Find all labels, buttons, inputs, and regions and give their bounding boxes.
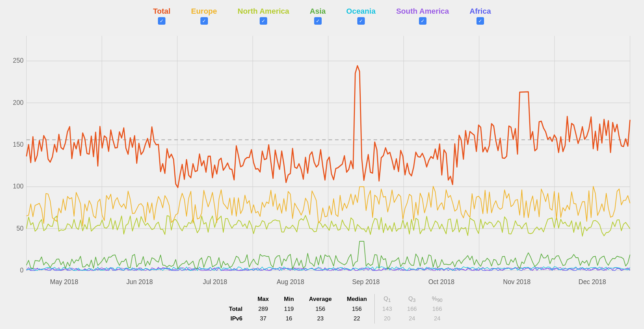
val-q3: 24 (399, 314, 424, 324)
svg-text:Sep 2018: Sep 2018 (352, 278, 380, 285)
val-min: 119 (276, 304, 301, 314)
val-min: 16 (276, 314, 301, 324)
chart-wrapper: 050100150200250May 2018Jun 2018Jul 2018A… (9, 28, 637, 290)
chart-svg: 050100150200250May 2018Jun 2018Jul 2018A… (9, 28, 637, 290)
val-max: 289 (250, 304, 276, 314)
legend-item-oceania[interactable]: Oceania✓ (346, 7, 376, 25)
legend-label-asia: Asia (310, 7, 325, 16)
chart-area: 050100150200250May 2018Jun 2018Jul 2018A… (7, 28, 637, 290)
svg-text:0: 0 (20, 266, 24, 274)
header-min: Min (276, 294, 301, 304)
svg-text:May 2018: May 2018 (50, 278, 78, 285)
val-q1: 20 (375, 314, 400, 324)
svg-text:Nov 2018: Nov 2018 (503, 278, 531, 285)
legend-checkbox-north-america[interactable]: ✓ (260, 17, 267, 25)
legend-item-north-america[interactable]: North America✓ (238, 7, 289, 25)
header-max: Max (250, 294, 276, 304)
svg-text:250: 250 (13, 57, 23, 64)
val-median: 156 (339, 304, 375, 314)
val-p90: 166 (424, 304, 450, 314)
legend-label-south-america: South America (396, 7, 449, 16)
legend-checkbox-europe[interactable]: ✓ (200, 17, 208, 25)
legend-label-africa: Africa (470, 7, 491, 16)
svg-text:150: 150 (13, 140, 23, 148)
header-q1: Q1 (375, 294, 400, 304)
legend-item-south-america[interactable]: South America✓ (396, 7, 449, 25)
main-container: Total✓Europe✓North America✓Asia✓Oceania✓… (0, 0, 644, 329)
svg-text:Dec 2018: Dec 2018 (579, 278, 606, 285)
legend-label-europe: Europe (191, 7, 217, 16)
legend-checkbox-total[interactable]: ✓ (158, 17, 165, 25)
svg-text:200: 200 (13, 98, 23, 106)
stats-section: Max Min Average Median Q1 Q3 %90 Total 2… (7, 290, 637, 326)
svg-text:Oct 2018: Oct 2018 (428, 278, 454, 285)
svg-text:Aug 2018: Aug 2018 (277, 278, 304, 285)
legend-item-total[interactable]: Total✓ (153, 7, 171, 25)
val-p90: 24 (424, 314, 450, 324)
legend-item-africa[interactable]: Africa✓ (470, 7, 491, 25)
svg-text:50: 50 (16, 224, 24, 232)
row-label: Total (221, 304, 250, 314)
svg-text:100: 100 (13, 182, 23, 190)
stats-table: Max Min Average Median Q1 Q3 %90 Total 2… (221, 294, 450, 324)
header-p90: %90 (424, 294, 450, 304)
legend-label-north-america: North America (238, 7, 289, 16)
y-axis-label (7, 28, 9, 290)
stats-row-total: Total 289 119 156 156 143 166 166 (221, 304, 450, 314)
legend-checkbox-south-america[interactable]: ✓ (419, 17, 426, 25)
val-avg: 156 (301, 304, 339, 314)
legend-item-asia[interactable]: Asia✓ (310, 7, 325, 25)
val-q3: 166 (399, 304, 424, 314)
val-avg: 23 (301, 314, 339, 324)
legend-checkbox-asia[interactable]: ✓ (314, 17, 322, 25)
header-median: Median (339, 294, 375, 304)
legend-checkbox-africa[interactable]: ✓ (476, 17, 484, 25)
stats-row-ipv6: IPv6 37 16 23 22 20 24 24 (221, 314, 450, 324)
val-q1: 143 (375, 304, 400, 314)
legend-checkbox-oceania[interactable]: ✓ (357, 17, 365, 25)
header-q3: Q3 (399, 294, 424, 304)
legend: Total✓Europe✓North America✓Asia✓Oceania✓… (7, 3, 637, 26)
legend-label-total: Total (153, 7, 171, 16)
svg-text:Jul 2018: Jul 2018 (203, 278, 227, 285)
legend-label-oceania: Oceania (346, 7, 376, 16)
unit-label (221, 294, 250, 304)
legend-item-europe[interactable]: Europe✓ (191, 7, 217, 25)
header-avg: Average (301, 294, 339, 304)
svg-text:Jun 2018: Jun 2018 (126, 278, 153, 285)
row-label: IPv6 (221, 314, 250, 324)
val-median: 22 (339, 314, 375, 324)
val-max: 37 (250, 314, 276, 324)
